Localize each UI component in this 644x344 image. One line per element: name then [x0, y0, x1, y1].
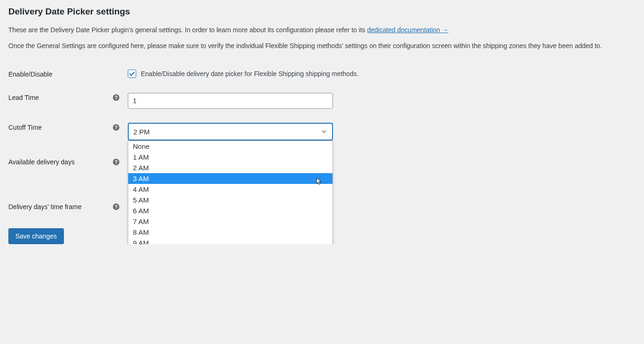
cutoff-selected-value: 2 PM: [133, 128, 150, 136]
label-available-days: Available delivery days ?: [8, 157, 128, 166]
check-icon: [129, 70, 135, 77]
cutoff-option[interactable]: 1 AM: [128, 152, 332, 162]
label-enable: Enable/Disable: [8, 70, 128, 78]
help-icon[interactable]: ?: [113, 204, 119, 210]
cutoff-option[interactable]: 8 AM: [128, 227, 332, 238]
enable-checkbox-label: Enable/Disable delivery date picker for …: [141, 70, 359, 77]
cutoff-option[interactable]: 4 AM: [128, 184, 332, 195]
cutoff-option[interactable]: 7 AM: [128, 216, 332, 227]
label-enable-text: Enable/Disable: [8, 70, 52, 78]
cutoff-option[interactable]: 3 AM: [128, 173, 332, 184]
row-cutoff-time: Cutoff Time ? 2 PM None1 AM2 AM3 AM4 AM5…: [8, 109, 636, 140]
cutoff-select[interactable]: 2 PM: [128, 123, 333, 140]
label-cutoff-time-text: Cutoff Time: [8, 124, 42, 131]
label-lead-time: Lead Time ?: [8, 93, 128, 101]
lead-time-input[interactable]: [128, 93, 333, 109]
enable-checkbox-wrap[interactable]: Enable/Disable delivery date picker for …: [128, 70, 359, 78]
chevron-down-icon: [321, 128, 327, 135]
label-available-days-text: Available delivery days: [8, 158, 75, 166]
documentation-link[interactable]: dedicated documentation →: [367, 26, 448, 34]
enable-checkbox[interactable]: [128, 70, 136, 78]
page-title: Delivery Date Picker settings: [8, 0, 636, 20]
cutoff-dropdown[interactable]: None1 AM2 AM3 AM4 AM5 AM6 AM7 AM8 AM9 AM…: [128, 140, 333, 244]
label-cutoff-time: Cutoff Time ?: [8, 123, 128, 131]
save-button[interactable]: Save changes: [8, 228, 64, 244]
cutoff-option[interactable]: 9 AM: [128, 238, 332, 244]
cutoff-option[interactable]: 6 AM: [128, 205, 332, 216]
label-lead-time-text: Lead Time: [8, 94, 39, 101]
help-icon[interactable]: ?: [113, 159, 119, 165]
row-enable: Enable/Disable Enable/Disable delivery d…: [8, 55, 636, 78]
help-icon[interactable]: ?: [113, 124, 119, 131]
row-lead-time: Lead Time ?: [8, 78, 636, 109]
intro-prefix: These are the Delivery Date Picker plugi…: [8, 26, 367, 34]
label-time-frame: Delivery days' time frame ?: [8, 202, 128, 211]
cutoff-option[interactable]: None: [128, 141, 332, 152]
cutoff-option[interactable]: 5 AM: [128, 195, 332, 205]
help-icon[interactable]: ?: [113, 94, 119, 101]
intro-text-2: Once the General Settings are configured…: [8, 41, 636, 51]
intro-text-1: These are the Delivery Date Picker plugi…: [8, 25, 636, 35]
label-time-frame-text: Delivery days' time frame: [8, 203, 82, 211]
cutoff-option[interactable]: 2 AM: [128, 162, 332, 173]
